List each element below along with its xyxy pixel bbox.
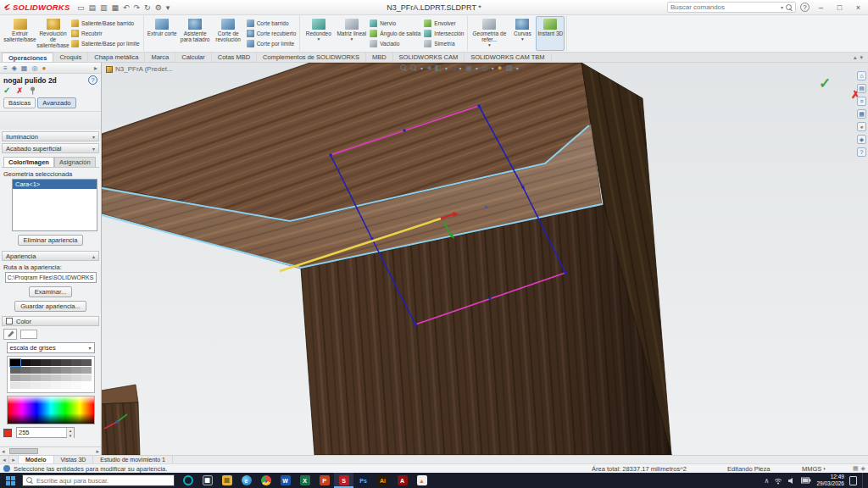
wood-leg-top[interactable] — [102, 385, 138, 404]
zoom-fit-icon[interactable] — [400, 64, 407, 71]
displaymanager-tab-icon[interactable]: ● — [42, 64, 46, 72]
solidworks-button[interactable]: S — [334, 473, 353, 488]
rgb-value-input[interactable] — [17, 428, 66, 437]
tab-solidworks-cam-tbm[interactable]: SOLIDWORKS CAM TBM — [465, 53, 551, 62]
section-view-icon[interactable]: ◧ — [434, 64, 442, 72]
tray-expand-icon[interactable]: ∧ — [765, 477, 770, 485]
tab-complementos[interactable]: Complementos de SOLIDWORKS — [257, 53, 366, 62]
palette-row[interactable] — [10, 374, 92, 381]
new-file-icon[interactable]: ▭ — [75, 1, 86, 14]
shell-button[interactable]: Vaciado — [368, 40, 422, 47]
search-icon[interactable] — [786, 4, 793, 11]
notification-center-icon[interactable] — [849, 476, 857, 485]
revolve-boss-button[interactable]: Revolución de saliente/base — [36, 16, 70, 51]
rib-button[interactable]: Nervio — [368, 19, 422, 27]
tab-marca[interactable]: Marca — [145, 53, 175, 62]
pattern-dropdown-icon[interactable]: ▾ — [350, 37, 353, 42]
hud-chevron-icon[interactable]: ▾ — [492, 65, 494, 71]
tab-calcular[interactable]: Calcular — [175, 53, 212, 62]
print-icon[interactable]: ▦ — [109, 1, 121, 14]
task-view-button[interactable]: ▦ — [198, 473, 217, 488]
app-logo[interactable]: SOLIDWORKS — [0, 3, 75, 12]
vlc-button[interactable]: ▲ — [412, 473, 431, 488]
file-explorer-pane-icon[interactable]: ≡ — [857, 97, 866, 106]
edit-appearance-icon[interactable]: ● — [498, 64, 502, 72]
tab-mbd[interactable]: MBD — [366, 53, 393, 62]
tab-mapping[interactable]: Asignación — [54, 157, 96, 167]
battery-icon[interactable] — [801, 477, 811, 484]
color-checkbox[interactable] — [6, 318, 13, 324]
fillet-dropdown-icon[interactable]: ▾ — [317, 37, 320, 42]
excel-button[interactable]: X — [295, 473, 314, 488]
ok-button[interactable]: ✓ — [3, 86, 10, 95]
revolve-cut-button[interactable]: Corte de revolución — [212, 16, 245, 51]
color-mode-select[interactable]: escala de grises ▾ — [7, 342, 95, 353]
appearance-path-input[interactable] — [5, 272, 97, 283]
illustrator-button[interactable]: Ai — [373, 473, 392, 488]
tab-solidworks-cam[interactable]: SOLIDWORKS CAM — [393, 53, 465, 62]
powerpoint-button[interactable]: P — [314, 473, 334, 488]
tab-modelo[interactable]: Modelo — [19, 456, 54, 463]
resources-icon[interactable]: ⌂ — [857, 71, 866, 80]
graphics-area[interactable]: N3_PFrA (Predet... ▾ ◀ ◧ ▾ □ ▾ ▣ ▾ ◎ ▾ ●… — [102, 63, 868, 455]
options-gear-icon[interactable]: ⚙ — [153, 1, 164, 14]
hole-wizard-button[interactable]: Asistente para taladro — [179, 16, 212, 51]
tabbar-expand-icon[interactable]: ▾ — [860, 54, 863, 61]
eyedropper-button[interactable] — [3, 329, 17, 340]
taskbar-search[interactable] — [22, 474, 175, 486]
hud-chevron-icon[interactable]: ▾ — [459, 65, 461, 71]
cancel-button[interactable]: ✗ — [16, 86, 23, 95]
tab-color-image[interactable]: Color/Imagen — [3, 157, 54, 167]
propertymanager-tab-icon[interactable]: ◈ — [12, 64, 17, 72]
browse-button[interactable]: Examinar... — [29, 286, 73, 297]
mirror-button[interactable]: Simetría — [422, 40, 465, 47]
command-search-input[interactable] — [670, 3, 778, 11]
cortana-button[interactable] — [178, 473, 198, 488]
panel-help-icon[interactable]: ? — [88, 75, 97, 85]
acrobat-button[interactable]: A — [392, 473, 412, 488]
color-spectrum[interactable] — [7, 396, 95, 424]
tag-icon[interactable]: ▦ — [853, 465, 859, 472]
tab-chapa-metalica[interactable]: Chapa metálica — [88, 53, 145, 62]
tab-advanced[interactable]: Avanzado — [37, 97, 75, 108]
save-icon[interactable]: ▥ — [97, 1, 109, 14]
hud-chevron-icon[interactable]: ▾ — [420, 65, 423, 71]
tab-estudio-movimiento[interactable]: Estudio de movimiento 1 — [93, 456, 173, 463]
draft-button[interactable]: Ángulo de salida — [368, 30, 422, 37]
boundary-cut-button[interactable]: Corte por límite — [245, 40, 298, 47]
units-selector[interactable]: MMGS ▾ — [802, 465, 826, 473]
view-palette-icon[interactable]: ▦ — [857, 109, 866, 119]
curves-button[interactable]: Curvas ▾ — [509, 16, 536, 51]
extrude-boss-button[interactable]: Extruir saliente/base — [3, 16, 36, 51]
scroll-left-icon[interactable]: ◂ — [0, 448, 7, 455]
section-surface-finish[interactable]: Acabado superficial ▾ — [2, 143, 99, 153]
minimize-button[interactable]: – — [814, 1, 828, 14]
design-library-icon[interactable]: ▤ — [857, 84, 866, 93]
refgeo-dropdown-icon[interactable]: ▾ — [488, 43, 491, 47]
rebuild-icon[interactable]: ↻ — [142, 1, 153, 14]
redo-icon[interactable]: ↷ — [131, 1, 142, 14]
close-button[interactable]: × — [851, 1, 865, 14]
wrap-button[interactable]: Envolver — [422, 19, 465, 27]
appearances-pane-icon[interactable]: ● — [857, 122, 866, 131]
spinner-buttons[interactable]: ▴ ▾ — [66, 428, 74, 437]
tabbar-pin-icon[interactable]: ▴ — [854, 54, 857, 61]
wifi-icon[interactable] — [774, 477, 782, 485]
hud-chevron-icon[interactable]: ▾ — [445, 65, 448, 71]
sketch-origin-point[interactable] — [485, 206, 487, 208]
volume-icon[interactable] — [787, 477, 796, 485]
configurationmanager-tab-icon[interactable]: ▦ — [21, 64, 28, 72]
grayscale-palette[interactable] — [7, 356, 95, 393]
palette-row[interactable] — [10, 359, 92, 366]
reference-geometry-button[interactable]: Geometría de refer... ▾ — [470, 16, 509, 51]
photoshop-button[interactable]: Ps — [353, 473, 373, 488]
swept-cut-button[interactable]: Corte barrido — [245, 19, 298, 27]
tab-operaciones[interactable]: Operaciones — [2, 53, 53, 62]
confirm-ok-icon[interactable]: ✓ — [819, 75, 831, 92]
display-style-icon[interactable]: ▣ — [465, 64, 472, 72]
palette-row[interactable] — [10, 367, 92, 374]
swatch-field[interactable] — [20, 330, 37, 339]
list-item-face[interactable]: Cara<1> — [13, 180, 97, 189]
search-chevron-icon[interactable]: ▾ — [781, 4, 783, 10]
maximize-button[interactable]: □ — [832, 1, 847, 14]
